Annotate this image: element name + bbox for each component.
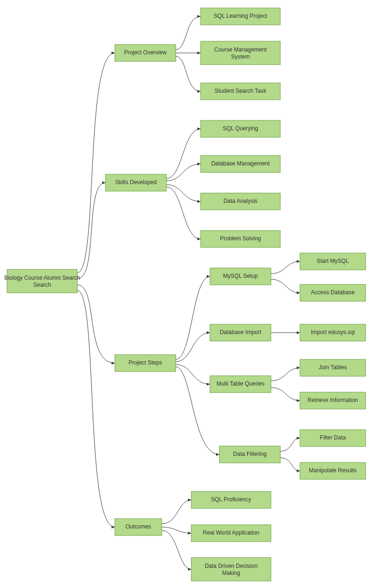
node-label: Biology Course Alumni Search xyxy=(4,275,80,281)
node-sql-querying: SQL Querying xyxy=(201,120,280,137)
node-retrieve-information: Retrieve Information xyxy=(300,392,366,409)
node-label: Access Database xyxy=(311,289,355,296)
node-database-import: Database Import xyxy=(210,324,271,341)
node-project-steps: Project Steps xyxy=(115,355,176,372)
node-label: Retrieve Information xyxy=(308,397,358,403)
node-label: Database Import xyxy=(220,329,262,335)
node-label: SQL Proficiency xyxy=(211,496,251,503)
node-data-filtering: Data Filtering xyxy=(219,446,280,463)
node-multi-table-queries: Multi Table Queries xyxy=(210,376,271,393)
node-label: Filter Data xyxy=(320,434,346,441)
edge xyxy=(77,290,115,527)
node-database-management: Database Management xyxy=(201,156,280,172)
edge xyxy=(176,16,201,50)
node-data-analysis: Data Analysis xyxy=(201,193,280,210)
edge xyxy=(166,185,201,201)
node-problem-solving: Problem Solving xyxy=(201,231,280,247)
node-mysql-setup: MySQL Setup xyxy=(210,268,271,285)
edge xyxy=(280,438,300,451)
edge xyxy=(176,365,210,384)
edge xyxy=(162,500,191,524)
edge xyxy=(176,276,210,359)
node-label-line2: Search xyxy=(33,282,51,288)
node-label: Real World Application xyxy=(203,529,260,536)
node-label: Data Driven Decision xyxy=(205,563,258,569)
node-sql-learning-project: SQL Learning Project xyxy=(201,8,280,25)
edge xyxy=(77,285,115,363)
node-label: Data Filtering xyxy=(233,451,266,457)
node-real-world-application: Real World Application xyxy=(191,525,271,542)
node-label: Student Search Task xyxy=(215,88,267,94)
node-skills-developed: Skills Developed xyxy=(105,174,166,191)
edge xyxy=(271,261,300,274)
node-label-line2: Making xyxy=(222,570,240,576)
node-label: Course Management xyxy=(214,46,267,53)
edge xyxy=(176,56,201,91)
node-filter-data: Filter Data xyxy=(300,430,366,447)
node-label: Manipulate Results xyxy=(309,467,357,474)
node-sql-proficiency: SQL Proficiency xyxy=(191,491,271,508)
node-label: Project Overview xyxy=(124,49,167,56)
node-label: Data Analysis xyxy=(224,198,258,204)
node-label: Project Steps xyxy=(128,359,162,366)
node-join-tables: Join Tables xyxy=(300,359,366,376)
edge xyxy=(162,530,191,569)
edge xyxy=(280,458,300,471)
node-student-search-task: Student Search Task xyxy=(201,83,280,100)
edge xyxy=(162,527,191,533)
node-import-edusys: Import edusys.sql xyxy=(300,324,366,341)
edge xyxy=(176,333,210,362)
node-label: Join Tables xyxy=(319,364,347,371)
edge xyxy=(271,368,300,381)
node-label: Import edusys.sql xyxy=(311,329,355,335)
node-root: Biology Course Alumni Search Search xyxy=(4,269,80,293)
node-label: SQL Querying xyxy=(223,125,258,132)
node-label: MySQL Setup xyxy=(223,273,258,279)
edge xyxy=(271,279,300,293)
node-label-line2: System xyxy=(231,53,250,60)
node-label: Problem Solving xyxy=(220,235,261,242)
edge xyxy=(166,187,201,239)
node-label: Database Management xyxy=(211,160,270,167)
node-label: SQL Learning Project xyxy=(214,13,268,19)
node-start-mysql: Start MySQL xyxy=(300,253,366,270)
node-label: Skills Developed xyxy=(115,179,157,186)
node-outcomes: Outcomes xyxy=(115,519,162,536)
node-label: Outcomes xyxy=(126,523,151,530)
edge xyxy=(166,129,201,179)
node-course-management-system: Course Management System xyxy=(201,41,280,65)
edge xyxy=(166,164,201,181)
edge xyxy=(77,53,115,273)
edge xyxy=(77,183,105,279)
node-access-database: Access Database xyxy=(300,284,366,301)
node-project-overview: Project Overview xyxy=(115,45,176,61)
node-data-driven-decision: Data Driven Decision Making xyxy=(191,558,271,581)
node-manipulate-results: Manipulate Results xyxy=(300,462,366,479)
node-label: Start MySQL xyxy=(317,258,349,264)
edge xyxy=(271,387,300,401)
node-label: Multi Table Queries xyxy=(217,380,265,387)
